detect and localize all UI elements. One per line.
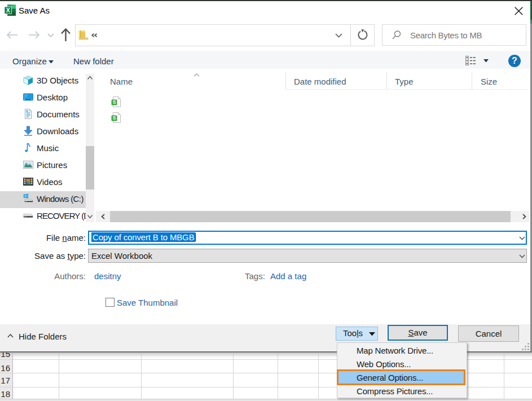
svg-text:X: X	[6, 7, 10, 14]
svg-text:S: S	[113, 99, 116, 105]
svg-text:S: S	[113, 115, 116, 121]
